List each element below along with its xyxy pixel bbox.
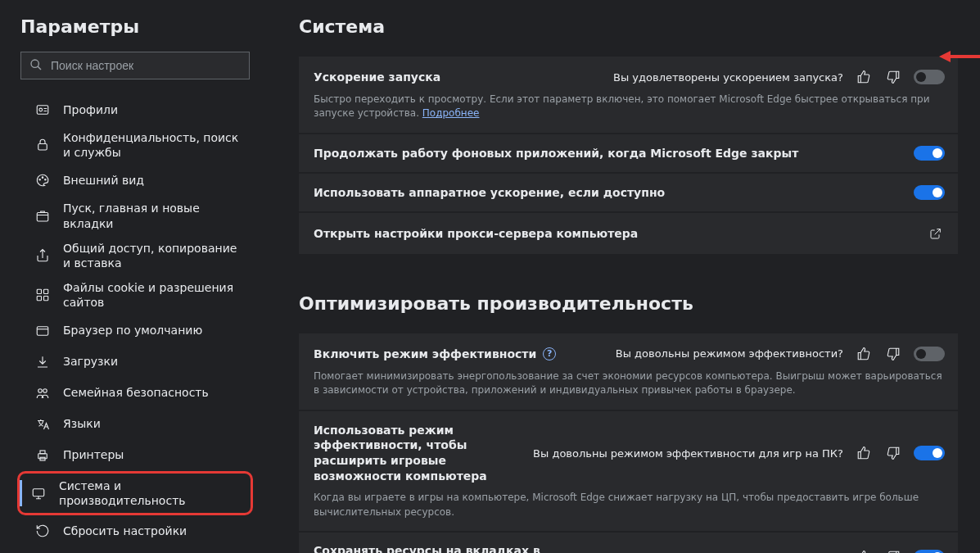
appearance-icon [35, 173, 50, 188]
sidebar-item-label: Языки [63, 416, 101, 431]
share-icon [35, 248, 50, 263]
card-title: Продолжать работу фоновых приложений, ко… [314, 147, 798, 160]
sidebar-item-appearance[interactable]: Внешний вид [20, 165, 250, 196]
nav-list: Профили Конфиденциальность, поиск и служ… [20, 94, 250, 553]
svg-point-3 [39, 108, 43, 111]
tabs-icon [35, 209, 50, 224]
card-hw-accel: Использовать аппаратное ускорение, если … [299, 174, 958, 211]
thumbs-up-icon[interactable] [855, 444, 873, 462]
sidebar-item-label: Внешний вид [63, 173, 144, 188]
sidebar-item-label: Загрузки [63, 354, 118, 369]
family-icon [35, 386, 50, 401]
section-title-system: Система [299, 16, 980, 37]
learn-more-link[interactable]: Подробнее [422, 107, 480, 119]
sidebar-item-default-browser[interactable]: Браузер по умолчанию [20, 315, 250, 347]
external-link-icon [927, 224, 945, 243]
sidebar-item-privacy[interactable]: Конфиденциальность, поиск и службы [20, 125, 250, 165]
optimize-card-group: Включить режим эффективности Вы довольны… [299, 333, 958, 553]
svg-line-1 [38, 66, 41, 70]
svg-point-6 [42, 177, 43, 179]
system-icon [31, 486, 46, 501]
thumbs-up-icon[interactable] [855, 345, 873, 363]
thumbs-up-icon[interactable] [855, 548, 873, 553]
card-title: Сохранять ресурсы на вкладках в спящем р… [314, 544, 567, 553]
lock-icon [35, 138, 50, 152]
search-input[interactable] [51, 59, 241, 72]
card-description: Быстро переходить к просмотру. Если этот… [314, 93, 944, 121]
card-gaming-efficiency: Использовать режим эффективности, чтобы … [299, 411, 958, 531]
sidebar-item-label: Файлы cookie и разрешения сайтов [63, 280, 242, 310]
svg-rect-11 [37, 297, 41, 301]
sidebar-item-share[interactable]: Общий доступ, копирование и вставка [20, 236, 250, 275]
card-description: Помогает минимизировать энергопользовани… [314, 369, 944, 398]
svg-rect-4 [38, 144, 47, 151]
card-startup-boost: Ускорение запуска Вы удовлетворены ускор… [299, 57, 958, 133]
highlight-annotation: Система и производительность [17, 471, 253, 515]
languages-icon [35, 417, 50, 432]
card-title: Использовать режим эффективности, чтобы … [314, 423, 523, 485]
thumbs-down-icon[interactable] [884, 548, 902, 553]
sidebar-item-system[interactable]: Система и производительность [20, 474, 251, 513]
profile-icon [35, 102, 50, 117]
svg-point-14 [38, 388, 43, 392]
svg-rect-13 [37, 326, 48, 335]
svg-point-7 [45, 179, 47, 181]
toggle-efficiency[interactable] [914, 347, 945, 361]
sidebar-item-label: Общий доступ, копирование и вставка [63, 241, 242, 270]
sidebar-item-label: Конфиденциальность, поиск и службы [63, 130, 242, 160]
svg-rect-12 [44, 297, 48, 301]
svg-rect-19 [33, 488, 44, 496]
system-card-group: Ускорение запуска Вы удовлетворены ускор… [299, 57, 958, 254]
sidebar-item-label: Пуск, главная и новые вкладки [63, 201, 242, 230]
sidebar-title: Параметры [20, 16, 250, 37]
svg-rect-17 [40, 451, 45, 454]
card-title: Открыть настройки прокси-сервера компьют… [314, 227, 638, 240]
card-title: Включить режим эффективности [314, 347, 556, 360]
card-title: Использовать аппаратное ускорение, если … [314, 186, 665, 199]
svg-point-0 [31, 60, 38, 67]
sidebar-item-family[interactable]: Семейная безопасность [20, 378, 250, 409]
reset-icon [35, 524, 50, 538]
card-proxy[interactable]: Открыть настройки прокси-сервера компьют… [299, 213, 958, 254]
svg-rect-10 [44, 290, 48, 294]
sidebar-item-printers[interactable]: Принтеры [20, 440, 250, 471]
sidebar-item-languages[interactable]: Языки [20, 409, 250, 440]
search-icon [29, 58, 43, 74]
toggle-hw-accel[interactable] [914, 185, 945, 200]
printers-icon [35, 448, 50, 463]
thumbs-down-icon[interactable] [884, 68, 902, 86]
thumbs-down-icon[interactable] [884, 444, 902, 462]
sidebar-item-profiles[interactable]: Профили [20, 94, 250, 125]
default-browser-icon [35, 324, 50, 338]
feedback-question: Вы довольны режимом эффективности? [616, 347, 843, 360]
search-box[interactable] [20, 52, 250, 79]
toggle-startup-boost[interactable] [914, 70, 945, 84]
svg-rect-9 [37, 290, 41, 294]
cookie-icon [35, 288, 50, 302]
sidebar-item-phone[interactable]: Телефон и другие устройства [20, 546, 250, 553]
sidebar-item-label: Семейная безопасность [63, 385, 209, 400]
sidebar-item-label: Браузер по умолчанию [63, 323, 202, 338]
svg-point-5 [39, 179, 41, 181]
main-content: Система Ускорение запуска Вы удовлетворе… [270, 0, 980, 553]
sidebar-item-downloads[interactable]: Загрузки [20, 347, 250, 378]
svg-rect-8 [37, 212, 48, 221]
svg-point-15 [43, 388, 47, 392]
svg-rect-16 [38, 453, 47, 458]
toggle-bg-apps[interactable] [914, 146, 945, 161]
thumbs-up-icon[interactable] [855, 68, 873, 86]
toggle-gaming-efficiency[interactable] [914, 446, 945, 460]
sidebar-item-start-home[interactable]: Пуск, главная и новые вкладки [20, 196, 250, 235]
sidebar-item-label: Система и производительность [59, 478, 242, 508]
feedback-question: Вы удовлетворены ускорением запуска? [613, 71, 843, 84]
sidebar-item-reset[interactable]: Сбросить настройки [20, 515, 250, 546]
sidebar-item-label: Профили [63, 102, 118, 117]
toggle-sleeping-tabs[interactable] [914, 550, 945, 553]
sidebar: Параметры Профили Конфиденциальность, по… [0, 0, 270, 553]
sidebar-item-cookies[interactable]: Файлы cookie и разрешения сайтов [20, 275, 250, 315]
card-description: Когда вы играете в игры на компьютере, M… [314, 491, 944, 519]
card-sleeping-tabs: Сохранять ресурсы на вкладках в спящем р… [299, 533, 958, 553]
info-icon[interactable] [543, 347, 556, 360]
sidebar-item-label: Сбросить настройки [63, 524, 187, 538]
thumbs-down-icon[interactable] [884, 345, 902, 363]
